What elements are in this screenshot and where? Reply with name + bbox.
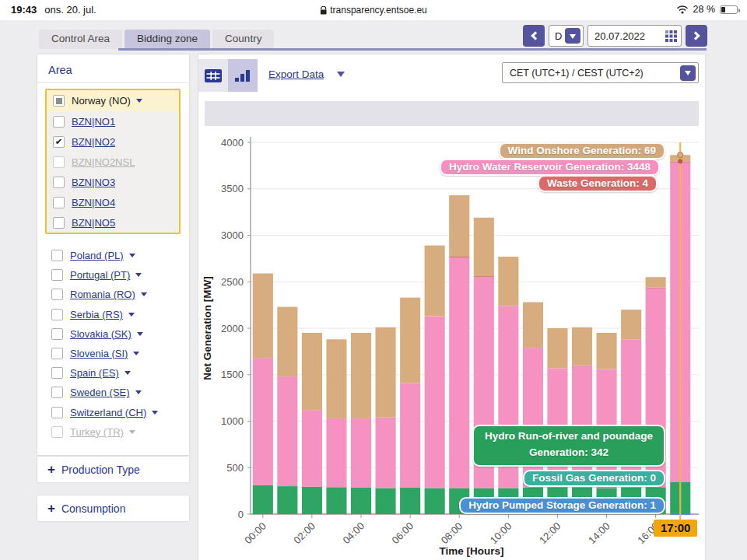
checkbox[interactable] bbox=[51, 387, 63, 398]
production-type-section[interactable]: + Production Type bbox=[37, 457, 189, 482]
svg-text:02:00: 02:00 bbox=[291, 520, 317, 547]
country-link[interactable]: Spain (ES) bbox=[70, 367, 119, 379]
country-row: Turkey (TR) bbox=[45, 422, 184, 442]
tooltip-run-of-river: Hydro Run-of-river and poundage Generati… bbox=[472, 425, 665, 467]
timezone-dropdown-button[interactable] bbox=[680, 65, 696, 81]
chart-view-button[interactable] bbox=[228, 59, 258, 92]
interval-value: D bbox=[555, 30, 562, 42]
bzn-link[interactable]: BZN|NO3 bbox=[72, 177, 115, 188]
table-icon bbox=[205, 69, 222, 82]
chart-canvas[interactable]: 0500100015002000250030003500400000:0002:… bbox=[198, 128, 704, 560]
country-link: Turkey (TR) bbox=[70, 426, 124, 438]
date-input[interactable]: 20.07.2022 bbox=[587, 25, 682, 47]
consumption-label: Consumption bbox=[61, 502, 126, 515]
tree-group-header[interactable]: Norway (NO) bbox=[47, 90, 179, 111]
area-panel: Area Norway (NO) BZN|NO1✔BZN|NO2BZN|NO2N… bbox=[37, 54, 189, 455]
bidding-zone-row: BZN|NO4 bbox=[47, 192, 179, 212]
interval-select[interactable]: D bbox=[549, 25, 584, 47]
collapse-triangle-icon bbox=[136, 99, 142, 106]
norway-group: Norway (NO) BZN|NO1✔BZN|NO2BZN|NO2NSLBZN… bbox=[45, 89, 181, 234]
svg-text:14:00: 14:00 bbox=[586, 520, 612, 547]
tab-control-area[interactable]: Control Area bbox=[39, 30, 122, 49]
country-link[interactable]: Switzerland (CH) bbox=[70, 407, 146, 418]
bidding-zone-row: BZN|NO5 bbox=[47, 212, 179, 233]
country-link[interactable]: Poland (PL) bbox=[70, 250, 124, 261]
status-date: ons. 20. jul. bbox=[44, 4, 96, 16]
country-row: Slovenia (SI) bbox=[45, 344, 184, 363]
checkbox bbox=[53, 156, 65, 168]
norway-checkbox[interactable] bbox=[53, 95, 65, 107]
country-link[interactable]: Slovakia (SK) bbox=[70, 328, 132, 340]
calendar-icon[interactable] bbox=[665, 30, 677, 42]
tab-underline bbox=[118, 48, 707, 51]
country-link[interactable]: Serbia (RS) bbox=[70, 309, 123, 320]
bidding-zone-row: BZN|NO1 bbox=[47, 111, 179, 131]
status-time: 19:43 bbox=[11, 4, 37, 16]
checkbox[interactable] bbox=[51, 367, 63, 379]
table-view-button[interactable] bbox=[198, 59, 228, 92]
tooltip-fossil-gas: Fossil Gas Generation: 0 bbox=[523, 470, 665, 487]
expand-triangle-icon bbox=[124, 371, 131, 378]
date-navigation: D 20.07.2022 bbox=[523, 25, 707, 47]
wifi-icon bbox=[676, 5, 689, 14]
checkbox[interactable] bbox=[53, 197, 65, 208]
svg-text:0: 0 bbox=[238, 509, 244, 520]
checkbox[interactable] bbox=[51, 348, 63, 359]
prev-date-button[interactable] bbox=[523, 25, 545, 47]
expand-triangle-icon bbox=[135, 390, 142, 397]
tooltip-pumped-storage: Hydro Pumped Storage Generation: 1 bbox=[459, 497, 665, 514]
generation-chart: 0500100015002000250030003500400000:0002:… bbox=[198, 128, 704, 560]
bzn-link: BZN|NO2NSL bbox=[72, 156, 135, 168]
checkbox[interactable] bbox=[51, 309, 63, 320]
country-link[interactable]: Slovenia (SI) bbox=[70, 348, 128, 359]
tooltip-wind-onshore: Wind Onshore Generation: 69 bbox=[499, 142, 665, 159]
interval-dropdown-button[interactable] bbox=[565, 28, 580, 44]
svg-text:08:00: 08:00 bbox=[439, 520, 465, 547]
svg-text:2500: 2500 bbox=[221, 276, 244, 288]
checkbox[interactable] bbox=[53, 116, 65, 128]
plus-icon: + bbox=[47, 462, 55, 478]
norway-label[interactable]: Norway (NO) bbox=[72, 95, 131, 107]
checkbox[interactable] bbox=[53, 177, 65, 188]
status-left: 19:43ons. 20. jul. bbox=[11, 4, 96, 16]
chevron-right-icon bbox=[691, 31, 700, 40]
plus-icon: + bbox=[47, 501, 55, 516]
page: 19:43ons. 20. jul. transparency.entsoe.e… bbox=[0, 0, 747, 560]
country-list: Poland (PL)Portugal (PT)Romania (RO)Serb… bbox=[45, 246, 184, 442]
panel-title: Area bbox=[37, 54, 189, 83]
svg-text:00:00: 00:00 bbox=[242, 520, 268, 547]
consumption-section[interactable]: + Consumption bbox=[37, 495, 189, 521]
export-data-link[interactable]: Export Data bbox=[268, 68, 324, 80]
chevron-down-icon bbox=[570, 34, 576, 42]
country-link[interactable]: Portugal (PT) bbox=[70, 269, 130, 281]
checkbox[interactable] bbox=[51, 289, 63, 300]
bzn-link[interactable]: BZN|NO4 bbox=[72, 197, 115, 208]
battery-icon bbox=[720, 5, 738, 14]
expand-triangle-icon bbox=[137, 332, 143, 339]
status-right: 28 % bbox=[676, 4, 738, 15]
country-link[interactable]: Sweden (SE) bbox=[70, 387, 130, 398]
tab-country[interactable]: Country bbox=[212, 30, 274, 49]
tab-bidding-zone[interactable]: Bidding zone bbox=[124, 30, 210, 49]
bzn-link[interactable]: BZN|NO1 bbox=[72, 116, 115, 128]
address-bar[interactable]: transparency.entsoe.eu bbox=[320, 5, 427, 16]
checkbox[interactable]: ✔ bbox=[53, 136, 65, 148]
next-date-button[interactable] bbox=[686, 25, 707, 47]
expand-triangle-icon bbox=[129, 254, 135, 261]
chevron-left-icon bbox=[531, 31, 539, 40]
svg-text:3000: 3000 bbox=[221, 229, 244, 241]
checkbox[interactable] bbox=[51, 328, 63, 340]
country-link[interactable]: Romania (RO) bbox=[70, 289, 135, 300]
checkbox[interactable] bbox=[51, 250, 63, 261]
bzn-link[interactable]: BZN|NO5 bbox=[72, 217, 115, 229]
country-row: Spain (ES) bbox=[45, 363, 184, 383]
country-row: Serbia (RS) bbox=[45, 305, 184, 324]
svg-text:12:00: 12:00 bbox=[537, 520, 563, 547]
view-tabs: Control Area Bidding zone Country bbox=[39, 30, 276, 49]
checkbox[interactable] bbox=[51, 269, 63, 281]
checkbox[interactable] bbox=[53, 217, 65, 229]
checkbox[interactable] bbox=[51, 407, 63, 418]
bzn-link[interactable]: BZN|NO2 bbox=[72, 136, 115, 148]
expand-triangle-icon bbox=[152, 411, 158, 418]
timezone-select[interactable]: CET (UTC+1) / CEST (UTC+2) bbox=[502, 62, 699, 83]
